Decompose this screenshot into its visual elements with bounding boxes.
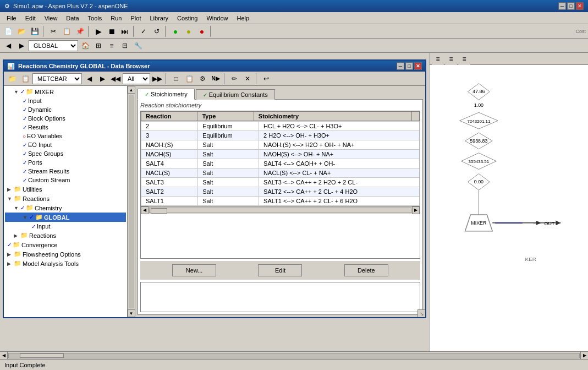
dt-paste2-btn[interactable]: 📋 [183, 73, 195, 85]
fs-align-right[interactable]: ≡ [458, 53, 470, 65]
fs-align-center[interactable]: ≡ [445, 53, 457, 65]
tree-item-mixer[interactable]: ▼ ✓ 📁 MIXER [5, 87, 126, 96]
stop-btn[interactable]: ⏹ [106, 25, 118, 37]
forward-btn[interactable]: ▶ [15, 40, 28, 52]
h-scroll-thumb[interactable] [151, 208, 167, 214]
maximize-btn[interactable]: □ [567, 2, 575, 10]
tree-item-stream-results[interactable]: ✓ Stream Results [5, 167, 126, 176]
dialog-restore-btn[interactable]: □ [405, 62, 413, 70]
tree-item-global[interactable]: ▼ ✓ 📁 GLOBAL [5, 213, 126, 222]
tree-item-chemistry[interactable]: ▼ ✓ 📁 Chemistry [5, 203, 126, 213]
table-row[interactable]: SALT4SaltSALT4 <--> CAOH+ + OH- [141, 159, 420, 168]
tree-item-utilities[interactable]: ▶ 📁 Utilities [5, 184, 126, 194]
table-row[interactable]: NAOH(S)SaltNAOH(S) <--> OH- + NA+ [141, 150, 420, 159]
new-btn[interactable]: 📄 [2, 25, 14, 37]
list-btn[interactable]: ≡ [106, 40, 118, 52]
table-scroll-area[interactable]: 2EquilibriumHCL + H2O <--> CL- + H3O+3Eq… [141, 121, 420, 206]
menu-window[interactable]: Window [202, 14, 232, 23]
open-btn[interactable]: 📂 [15, 25, 28, 37]
tree-item-eo-input[interactable]: ✓ EO Input [5, 140, 126, 149]
tree-item-reactions2[interactable]: ▶ 📁 Reactions [5, 231, 126, 240]
dt-folder-btn[interactable]: 📁 [6, 73, 18, 85]
menu-data[interactable]: Data [62, 14, 83, 23]
tree-item-reactions-root[interactable]: ▼ 📁 Reactions [5, 194, 126, 203]
resize-corner[interactable]: ↘ [417, 309, 425, 317]
bottom-scroll-thumb[interactable] [20, 353, 64, 358]
menu-edit[interactable]: Edit [21, 14, 40, 23]
paste-btn[interactable]: 📌 [74, 25, 86, 37]
menu-costing[interactable]: Costing [173, 14, 202, 23]
dt-pencil-btn[interactable]: ✏ [228, 73, 240, 85]
dt-back-btn[interactable]: ◀ [83, 73, 95, 85]
tree-item-block-options[interactable]: ✓ Block Options [5, 114, 126, 123]
scroll-right-btn[interactable]: ▶ [412, 206, 420, 214]
tree-scroll-down[interactable]: ▼ [128, 309, 135, 317]
table-row[interactable]: SALT2SaltSALT2 <--> CA++ + 2 CL- + 4 H2O [141, 187, 420, 197]
dt-metcbar-dropdown[interactable]: METCBAR [32, 73, 82, 84]
tree-item-ports[interactable]: ✓ Ports [5, 158, 126, 167]
tree-item-input-global[interactable]: ✓ Input [5, 222, 126, 231]
tree-item-results[interactable]: ✓ Results [5, 123, 126, 132]
dt-x-btn[interactable]: ✕ [241, 73, 254, 85]
step-btn[interactable]: ⏭ [119, 25, 131, 37]
menu-plot[interactable]: Plot [126, 14, 145, 23]
minimize-btn[interactable]: ─ [558, 2, 566, 10]
dt-arrow-btn[interactable]: ↩ [260, 73, 272, 85]
delete-reaction-btn[interactable]: Delete [344, 264, 388, 276]
run-btn[interactable]: ▶ [92, 25, 105, 37]
dt-gear-btn[interactable]: ⚙ [196, 73, 208, 85]
dt-copy2-btn[interactable]: □ [170, 73, 182, 85]
tree-item-spec-groups[interactable]: ✓ Spec Groups [5, 149, 126, 158]
close-btn[interactable]: ✕ [576, 2, 584, 10]
h-scrollbar[interactable]: ◀ ▶ [141, 206, 420, 214]
dt-n-btn[interactable]: N▶ [210, 73, 222, 85]
menu-view[interactable]: View [40, 14, 62, 23]
dt-first-btn[interactable]: ◀◀ [109, 73, 122, 85]
table-row[interactable]: NACL(S)SaltNACL(S) <--> CL- + NA+ [141, 168, 420, 178]
table-row[interactable]: NAOH:(S)SaltNAOH:(S) <--> H2O + OH- + NA… [141, 140, 420, 150]
table-row[interactable]: SALT3SaltSALT3 <--> CA++ + 2 H2O + 2 CL- [141, 178, 420, 187]
dialog-close-btn[interactable]: ✕ [414, 62, 422, 70]
h-scroll-right2[interactable]: ▶ [580, 352, 588, 360]
edit-reaction-btn[interactable]: Edit [258, 264, 302, 276]
tree-item-dynamic[interactable]: ✓ Dynamic [5, 105, 126, 114]
save-btn[interactable]: 💾 [29, 25, 41, 37]
tree-item-custom-stream[interactable]: ✓ Custom Stream [5, 176, 126, 184]
global-dropdown[interactable]: GLOBAL [29, 40, 78, 51]
cut-btn[interactable]: ✂ [47, 25, 59, 37]
check-btn[interactable]: ✓ [138, 25, 150, 37]
tree-item-eo-variables[interactable]: ○ EO Variables [5, 132, 126, 140]
h-scroll-left2[interactable]: ◀ [0, 352, 8, 360]
tab-equilibrium[interactable]: ✓ Equilibrium Constants [196, 89, 275, 100]
grid-btn[interactable]: ⊞ [92, 40, 105, 52]
tree-item-convergence[interactable]: ✓ 📁 Convergence [5, 240, 126, 249]
tab-stoichiometry[interactable]: ✓ Stoichiometry [138, 89, 195, 100]
dt-last-btn[interactable]: ▶▶ [151, 73, 163, 85]
menu-tools[interactable]: Tools [84, 14, 107, 23]
home-btn[interactable]: 🏠 [79, 40, 91, 52]
reset-btn[interactable]: ↺ [151, 25, 163, 37]
new-reaction-btn[interactable]: New... [172, 264, 216, 276]
filter-btn[interactable]: ⊟ [119, 40, 131, 52]
tree-item-flowsheeting[interactable]: ▶ 📁 Flowsheeting Options [5, 249, 126, 259]
tree-scroll-up[interactable]: ▲ [128, 86, 135, 94]
table-row[interactable]: 2EquilibriumHCL + H2O <--> CL- + H3O+ [141, 122, 420, 131]
table-row[interactable]: 3Equilibrium2 H2O <--> OH- + H3O+ [141, 131, 420, 140]
tree-item-model-analysis[interactable]: ▶ 📁 Model Analysis Tools [5, 259, 126, 268]
table-row[interactable]: SALT1SaltSALT1 <--> CA++ + 2 CL- + 6 H2O [141, 197, 420, 206]
menu-run[interactable]: Run [106, 14, 126, 23]
copy-btn[interactable]: 📋 [61, 25, 73, 37]
properties-btn[interactable]: 🔧 [132, 40, 144, 52]
scroll-left-btn[interactable]: ◀ [141, 206, 149, 214]
back-btn[interactable]: ◀ [2, 40, 14, 52]
bottom-scrollbar[interactable]: ◀ ▶ [0, 351, 588, 359]
dt-list-btn[interactable]: 📋 [19, 73, 31, 85]
menu-file[interactable]: File [2, 14, 21, 23]
dt-all-dropdown[interactable]: All [123, 73, 150, 84]
menu-library[interactable]: Library [145, 14, 173, 23]
dialog-minimize-btn[interactable]: ─ [397, 62, 404, 70]
menu-help[interactable]: Help [233, 14, 254, 23]
tree-item-input1[interactable]: ✓ Input [5, 96, 126, 105]
dt-forward-btn[interactable]: ▶ [96, 73, 108, 85]
fs-align-left[interactable]: ≡ [432, 53, 444, 65]
